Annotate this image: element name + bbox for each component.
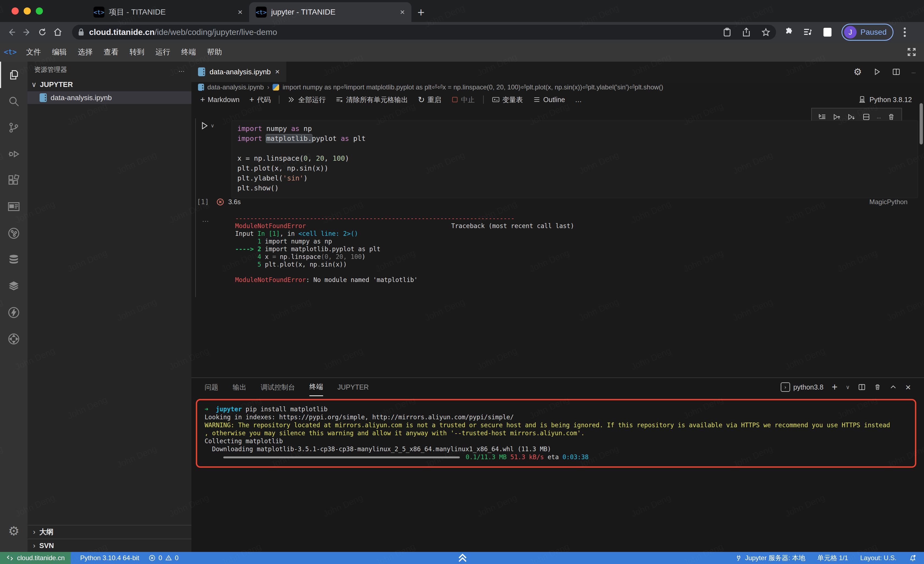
menu-edit[interactable]: 编辑 [46,47,72,57]
new-terminal-icon[interactable]: + [832,381,837,393]
source-control-icon[interactable] [0,114,27,141]
close-editor-icon[interactable]: × [275,68,280,76]
cell-indicator[interactable]: 单元格 1/1 [817,553,848,562]
split-editor-icon[interactable] [892,68,900,76]
media-controls-icon[interactable] [803,27,813,37]
outline-button[interactable]: Outline [529,93,569,106]
layers-icon[interactable] [0,273,27,299]
minimize-window-button[interactable] [24,8,31,15]
browser-tab-jupyter[interactable]: <t> jupyter - TITANIDE × [249,2,411,22]
tab-terminal[interactable]: 终端 [309,378,323,396]
keyboard-layout[interactable]: Layout: U.S. [860,554,897,562]
outline-section[interactable]: › 大纲 [27,525,191,538]
notifications-bell-icon[interactable] [909,554,917,562]
run-options-chevron-icon[interactable]: ∨ [211,123,214,129]
kill-terminal-icon[interactable] [874,383,881,391]
home-icon[interactable] [50,27,66,37]
run-above-icon[interactable] [833,113,841,121]
watermark: John Deng [783,346,826,372]
editor-scrollbar[interactable] [920,103,923,144]
tab-jupyter[interactable]: JUPYTER [338,378,369,396]
remote-indicator[interactable]: cloud.titanide.cn [0,552,70,564]
reload-icon[interactable] [34,27,50,37]
menu-help[interactable]: 帮助 [202,47,227,57]
delete-cell-icon[interactable] [887,113,895,121]
notebook-settings-gear-icon[interactable]: ⚙ [854,66,862,77]
problems-indicator[interactable]: 0 0 [148,554,178,562]
run-cell-button[interactable]: ∨ [200,121,214,131]
close-panel-icon[interactable]: × [905,382,911,393]
clear-outputs-button[interactable]: 清除所有单元格输出 [332,93,412,106]
tab-problems[interactable]: 问题 [205,378,218,396]
search-icon[interactable] [0,88,27,114]
browser-tab-project[interactable]: <t> 项目 - TITANIDE × [87,2,249,22]
terminal-selector[interactable]: › python3.8 [781,382,824,392]
terminal-dropdown-chevron-icon[interactable]: ∨ [846,384,850,390]
maximize-window-button[interactable] [36,8,43,15]
tab-debug-console[interactable]: 调试控制台 [261,378,295,396]
extensions-puzzle-icon[interactable] [784,27,794,37]
power-thunder-icon[interactable] [0,299,27,326]
new-tab-button[interactable]: + [417,6,424,19]
browser-profile[interactable]: J Paused [842,24,894,41]
toolbar-more-button[interactable]: … [571,93,586,106]
remote-hub-icon[interactable] [0,326,27,352]
add-code-button[interactable]: + 代码 [246,93,275,106]
menu-selection[interactable]: 选择 [72,47,98,57]
bookmark-star-icon[interactable] [761,27,771,37]
preview-panel-icon[interactable] [0,194,27,220]
explorer-icon[interactable] [0,62,27,88]
fullscreen-icon[interactable] [906,47,917,57]
run-all-play-icon[interactable] [873,68,881,76]
explorer-more-icon[interactable]: … [178,66,185,74]
breadcrumb[interactable]: data-analysis.ipynb › import numpy as np… [191,82,924,92]
file-item-notebook[interactable]: data-analysis.ipynb [27,91,191,104]
maximize-panel-icon[interactable] [890,383,897,391]
python-version[interactable]: Python 3.10.4 64-bit [80,554,139,562]
tab-output[interactable]: 输出 [232,378,246,396]
close-tab-icon[interactable]: × [238,8,243,17]
run-all-button[interactable]: 全部运行 [284,93,330,106]
editor-more-icon[interactable]: … [911,69,916,74]
svn-section[interactable]: › SVN [27,539,191,552]
back-icon[interactable] [4,27,19,37]
menu-run[interactable]: 运行 [150,47,176,57]
kernel-picker[interactable]: Python 3.8.12 [858,95,912,104]
jupyter-server-indicator[interactable]: Jupyter 服务器: 本地 [735,553,805,562]
git-graph-icon[interactable] [0,220,27,247]
split-terminal-icon[interactable] [858,383,866,391]
side-panel-icon[interactable] [823,27,832,38]
run-debug-icon[interactable] [0,141,27,167]
breadcrumb-code[interactable]: import numpy as np⏎import matplotlib.pyp… [282,83,663,91]
menu-file[interactable]: 文件 [21,47,46,57]
close-tab-icon[interactable]: × [400,8,405,17]
terminal-output[interactable]: ➜ jupyter pip install matplotlibLooking … [205,406,911,462]
execute-cells-icon[interactable] [818,113,826,121]
forward-icon[interactable] [19,27,34,37]
variables-button[interactable]: 变量表 [488,93,527,106]
output-collapse-dots[interactable]: … [202,215,210,224]
close-window-button[interactable] [12,8,19,15]
restart-button[interactable]: ↻ 重启 [414,93,445,106]
menu-view[interactable]: 查看 [98,47,124,57]
explorer-section-jupyter[interactable]: ∨ JUPYTER [27,78,191,91]
interrupt-button[interactable]: 中止 [447,93,479,106]
menu-goto[interactable]: 转到 [124,47,150,57]
settings-gear-icon[interactable]: ⚙ [0,518,27,544]
cell-more-icon[interactable]: … [877,114,881,119]
menu-terminal[interactable]: 终端 [176,47,202,57]
database-icon[interactable] [0,247,27,273]
add-markdown-button[interactable]: + Markdown [196,93,243,106]
clipboard-icon[interactable] [723,27,732,37]
restore-panel-chevrons-icon[interactable] [456,552,469,564]
editor-tab-notebook[interactable]: data-analysis.ipynb × [191,62,286,82]
code-cell[interactable]: import numpy as npimport matplotlib.pypl… [231,120,918,198]
extensions-icon[interactable] [0,167,27,194]
address-bar[interactable]: cloud.titanide.cn/ide/web/coding/jupyter… [72,25,776,40]
breadcrumb-file[interactable]: data-analysis.ipynb [207,83,264,91]
cell-language-mode[interactable]: MagicPython [869,198,908,206]
run-below-icon[interactable] [847,113,855,121]
split-cell-icon[interactable] [862,113,870,121]
share-icon[interactable] [742,27,751,37]
browser-menu-icon[interactable] [903,27,907,38]
